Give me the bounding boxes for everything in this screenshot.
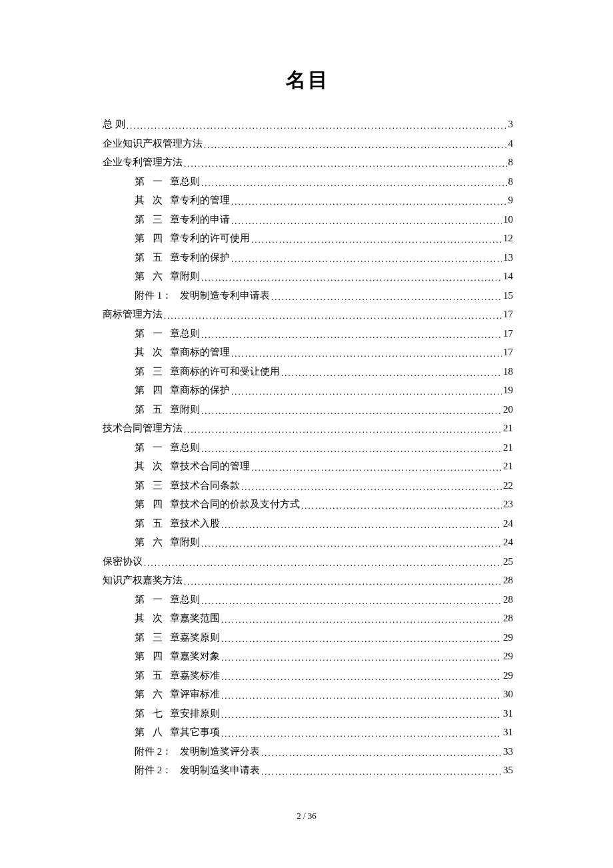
toc-entry[interactable]: 第一章总则17: [103, 329, 513, 339]
toc-page-number: 4: [508, 139, 514, 149]
toc-leader-dots: [231, 217, 502, 225]
toc-item-title: 商标的许可和受让使用: [180, 367, 280, 377]
toc-entry[interactable]: 第三章专利的申请10: [103, 215, 513, 225]
toc-leader-dots: [251, 235, 502, 244]
toc-entry[interactable]: 第六章附则14: [103, 271, 513, 281]
toc-item-title: 商标管理方法: [103, 309, 163, 319]
toc-item-title: 技术入股: [180, 519, 220, 529]
toc-entry[interactable]: 附件 1：发明制造专利申请表15: [103, 291, 513, 301]
toc-entry[interactable]: 第五章附则20: [103, 405, 513, 415]
toc-page-number: 14: [503, 271, 513, 281]
toc-leader-dots: [221, 615, 502, 624]
toc-item-title: 专利的申请: [180, 215, 230, 225]
toc-chapter-label: 第三章: [135, 215, 180, 225]
toc-page-number: 21: [503, 461, 513, 471]
toc-entry[interactable]: 附件 2：发明制造奖申请表35: [103, 765, 513, 775]
toc-chapter-label: 第八章: [135, 727, 180, 737]
toc-leader-dots: [231, 387, 502, 396]
toc-chapter-label: 附件 2：: [135, 747, 175, 757]
toc-page-number: 28: [503, 575, 513, 585]
toc-page-number: 15: [503, 291, 513, 301]
toc-item-title: 总则: [180, 329, 200, 339]
toc-leader-dots: [204, 141, 507, 149]
toc-entry[interactable]: 第六章评审标准30: [103, 689, 513, 699]
toc-entry[interactable]: 保密协议25: [103, 557, 513, 567]
toc-leader-dots: [261, 749, 502, 757]
toc-item-title: 总则: [180, 177, 200, 187]
toc-entry[interactable]: 知识产权嘉奖方法28: [103, 575, 513, 585]
toc-page-number: 22: [503, 481, 513, 491]
toc-item-title: 知识产权嘉奖方法: [103, 575, 183, 585]
toc-entry[interactable]: 第六章附则24: [103, 537, 513, 547]
toc-entry[interactable]: 其次章商标的管理17: [103, 347, 513, 357]
toc-leader-dots: [201, 407, 502, 415]
toc-leader-dots: [184, 577, 502, 586]
toc-page-number: 17: [503, 329, 513, 339]
toc-chapter-label: 第一章: [135, 443, 180, 453]
toc-page-number: 8: [508, 157, 514, 167]
toc-chapter-label: 第三章: [135, 633, 180, 643]
toc-item-title: 嘉奖范围: [180, 613, 220, 623]
toc-entry[interactable]: 第三章嘉奖原则29: [103, 633, 513, 643]
toc-entry[interactable]: 总 则3: [103, 119, 513, 129]
document-title: 名目: [103, 67, 513, 94]
toc-entry[interactable]: 第三章商标的许可和受让使用18: [103, 367, 513, 377]
toc-item-title: 附则: [180, 271, 200, 281]
toc-page-number: 24: [503, 537, 513, 547]
toc-entry[interactable]: 第四章技术合同的价款及支付方式23: [103, 499, 513, 509]
toc-entry[interactable]: 其次章嘉奖范围28: [103, 613, 513, 623]
toc-entry[interactable]: 技术合同管理方法21: [103, 423, 513, 433]
toc-entry[interactable]: 其次章专利的管理9: [103, 195, 513, 205]
toc-chapter-label: 第六章: [135, 537, 180, 547]
toc-page-number: 33: [503, 747, 513, 757]
toc-page-number: 28: [503, 595, 513, 605]
toc-leader-dots: [251, 463, 502, 472]
toc-chapter-label: 其次章: [135, 195, 180, 205]
toc-entry[interactable]: 第八章其它事项31: [103, 727, 513, 737]
toc-chapter-label: 附件 2：: [135, 765, 175, 775]
toc-entry[interactable]: 第三章技术合同条款22: [103, 481, 513, 491]
toc-entry[interactable]: 第四章嘉奖对象29: [103, 651, 513, 661]
toc-entry[interactable]: 第一章总则28: [103, 595, 513, 605]
toc-leader-dots: [241, 483, 502, 491]
toc-entry[interactable]: 第五章嘉奖标准29: [103, 671, 513, 681]
toc-leader-dots: [184, 159, 507, 168]
toc-entry[interactable]: 第五章技术入股24: [103, 519, 513, 529]
toc-page-number: 17: [503, 347, 513, 357]
toc-page-number: 18: [503, 367, 513, 377]
toc-entry[interactable]: 第四章商标的保护19: [103, 385, 513, 395]
toc-page-number: 21: [503, 423, 513, 433]
toc-leader-dots: [221, 521, 502, 529]
toc-page-number: 31: [503, 727, 513, 737]
toc-entry[interactable]: 第一章总则21: [103, 443, 513, 453]
toc-entry[interactable]: 第四章专利的许可使用12: [103, 233, 513, 243]
toc-page-number: 24: [503, 519, 513, 529]
toc-item-title: 专利的保护: [180, 253, 230, 263]
toc-leader-dots: [221, 691, 502, 700]
toc-chapter-label: 附件 1：: [135, 291, 175, 301]
toc-entry[interactable]: 附件 2：发明制造奖评分表33: [103, 747, 513, 757]
toc-item-title: 商标的保护: [180, 385, 230, 395]
toc-chapter-label: 第四章: [135, 651, 180, 661]
toc-entry[interactable]: 第一章总则8: [103, 177, 513, 187]
toc-item-title: 附则: [180, 537, 200, 547]
toc-entry[interactable]: 企业知识产权管理方法4: [103, 139, 513, 149]
toc-entry[interactable]: 商标管理方法17: [103, 309, 513, 319]
toc-entry[interactable]: 其次章技术合同的管理21: [103, 461, 513, 471]
toc-chapter-label: 其次章: [135, 347, 180, 357]
toc-entry[interactable]: 第五章专利的保护13: [103, 253, 513, 263]
toc-entry[interactable]: 企业专利管理方法8: [103, 157, 513, 167]
toc-item-title: 企业知识产权管理方法: [103, 139, 203, 149]
toc-item-title: 技术合同条款: [180, 481, 240, 491]
toc-page-number: 29: [503, 671, 513, 681]
toc-leader-dots: [261, 767, 502, 776]
toc-leader-dots: [201, 273, 502, 282]
toc-page-number: 8: [508, 177, 514, 187]
toc-leader-dots: [201, 539, 502, 548]
toc-page-number: 31: [503, 709, 513, 719]
toc-item-title: 附则: [180, 405, 200, 415]
toc-page-number: 35: [503, 765, 513, 775]
toc-page-number: 21: [503, 443, 513, 453]
toc-entry[interactable]: 第七章安排原则31: [103, 709, 513, 719]
toc-item-title: 发明制造奖评分表: [180, 747, 260, 757]
